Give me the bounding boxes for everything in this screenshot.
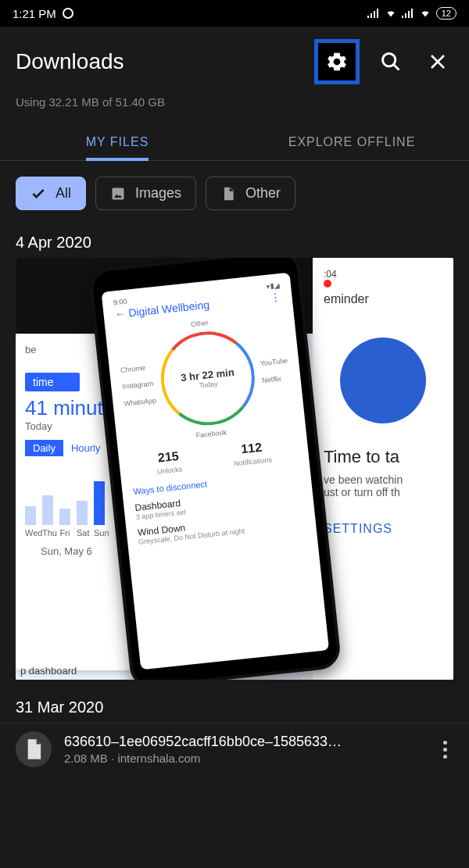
- chip-label: Other: [245, 185, 281, 202]
- chip-all[interactable]: All: [16, 177, 86, 210]
- close-button[interactable]: [422, 46, 453, 77]
- wifi-icon-2: [419, 9, 431, 18]
- file-more-button[interactable]: [437, 734, 453, 765]
- image-icon: [110, 186, 126, 202]
- file-meta: 636610–1ee06952cacff16bb0ce–1585633… 2.0…: [64, 734, 424, 765]
- file-type-icon-wrap: [16, 731, 52, 767]
- svg-point-0: [383, 54, 396, 66]
- check-icon: [30, 186, 46, 202]
- search-button[interactable]: [375, 46, 406, 77]
- status-right: 12: [367, 7, 456, 20]
- gear-icon: [325, 50, 349, 73]
- file-name: 636610–1ee06952cacff16bb0ce–1585633…: [64, 734, 424, 750]
- wifi-icon-1: [385, 9, 397, 18]
- chip-images[interactable]: Images: [95, 177, 196, 210]
- storage-usage: Using 32.21 MB of 51.40 GB: [0, 91, 469, 123]
- app-bar: Downloads: [0, 27, 469, 91]
- svg-rect-4: [113, 188, 124, 199]
- status-bar: 1:21 PM 12: [0, 0, 469, 27]
- chip-label: Images: [135, 185, 181, 202]
- file-thumbnail[interactable]: :04 eminder Time to ta ve been watchin u…: [16, 258, 453, 680]
- document-icon: [25, 739, 42, 759]
- tab-my-files[interactable]: MY FILES: [0, 123, 234, 160]
- settings-button[interactable]: [314, 39, 360, 84]
- svg-line-1: [394, 65, 399, 70]
- battery-pill: 12: [436, 7, 456, 20]
- file-icon: [220, 186, 236, 202]
- close-icon: [428, 52, 447, 71]
- chip-other[interactable]: Other: [206, 177, 295, 210]
- file-sub: 2.08 MB · internshala.com: [64, 752, 424, 765]
- signal-icon-2: [402, 9, 414, 18]
- page-title: Downloads: [16, 49, 314, 74]
- tab-explore-offline[interactable]: EXPLORE OFFLINE: [234, 123, 469, 160]
- file-row[interactable]: 636610–1ee06952cacff16bb0ce–1585633… 2.0…: [0, 723, 469, 775]
- filter-chips: All Images Other: [0, 161, 469, 226]
- search-icon: [380, 51, 402, 73]
- chip-label: All: [55, 185, 71, 202]
- signal-icon-1: [367, 9, 380, 18]
- date-header: 31 Mar 2020: [0, 691, 469, 723]
- status-time: 1:21 PM: [13, 7, 56, 20]
- date-header: 4 Apr 2020: [0, 226, 469, 258]
- thumb-center-phone: 9:00▾▮◢ ← Digital Wellbeing ⋮ Other Chro…: [88, 258, 342, 680]
- tabs: MY FILES EXPLORE OFFLINE: [0, 123, 469, 161]
- assistant-icon: [63, 8, 73, 19]
